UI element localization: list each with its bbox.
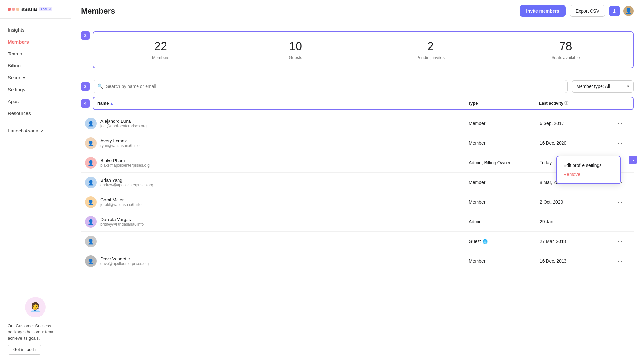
success-text: Our Customer Success packages help your … xyxy=(8,323,63,342)
col-type-label: Type xyxy=(468,101,478,106)
sidebar-item-label: Apps xyxy=(8,99,19,104)
avatar: 👤 xyxy=(85,255,97,267)
sidebar-item-label: Security xyxy=(8,75,25,80)
member-type: Guest 🌐 xyxy=(469,239,540,244)
launch-asana-label: Launch Asana ↗ xyxy=(8,128,44,134)
member-email: jerold@randasana6.info xyxy=(100,202,142,207)
table-row: 👤 Guest 🌐 27 Mar, 2018 ··· xyxy=(81,232,634,251)
sidebar-item-label: Resources xyxy=(8,111,31,116)
member-name: Dave Vendette xyxy=(100,256,149,261)
member-activity: 16 Dec, 2020 xyxy=(540,141,611,146)
sidebar-item-teams[interactable]: Teams xyxy=(0,48,71,60)
sidebar: asana ADMIN Insights Members Teams Billi… xyxy=(0,0,71,361)
user-avatar[interactable]: 👤 xyxy=(623,6,634,16)
sort-ascending-icon: ▲ xyxy=(110,102,113,105)
stat-guests-label: Guests xyxy=(233,55,358,60)
sidebar-nav: Insights Members Teams Billing Security … xyxy=(0,19,71,290)
member-activity: 29 Jan xyxy=(540,219,611,224)
member-email: andrew@apolloenterprises.org xyxy=(100,183,153,187)
more-options-button[interactable]: ··· xyxy=(611,237,630,246)
stats-row: 22 Members 10 Guests 2 Pending invites 7… xyxy=(93,31,634,68)
member-email: dave@apolloenterprises.org xyxy=(100,261,149,266)
step-badge-2: 2 xyxy=(81,31,90,40)
topbar: Members Invite members Export CSV 1 👤 xyxy=(71,0,644,22)
table-row: 👤 Coral Meier jerold@randasana6.info Mem… xyxy=(81,192,634,212)
sidebar-item-resources[interactable]: Resources xyxy=(0,107,71,119)
table-row: 👤 Blake Pham blake@apolloenterprises.org… xyxy=(81,153,634,173)
stat-members-value: 22 xyxy=(99,40,223,53)
user-count-badge[interactable]: 1 xyxy=(609,6,620,16)
edit-profile-settings-option[interactable]: Edit profile settings xyxy=(564,161,614,169)
sidebar-item-label: Teams xyxy=(8,51,22,56)
info-icon[interactable]: ⓘ xyxy=(564,101,568,106)
table-row: 👤 Daniela Vargas britney@randasana6.info… xyxy=(81,212,634,232)
logo-dot-orange xyxy=(16,8,19,11)
sidebar-item-settings[interactable]: Settings xyxy=(0,83,71,95)
invite-members-button[interactable]: Invite members xyxy=(520,5,566,17)
more-options-button[interactable]: ··· xyxy=(611,198,630,207)
member-type-select[interactable]: Member type: All Member type: Member Mem… xyxy=(572,80,634,93)
stat-members-label: Members xyxy=(99,55,223,60)
col-name-label: Name xyxy=(97,101,109,106)
success-illustration: 🧑‍💼 xyxy=(25,297,46,317)
stats-section: 2 22 Members 10 Guests 2 Pending invites… xyxy=(81,31,634,76)
sidebar-item-members[interactable]: Members xyxy=(0,36,71,48)
sidebar-item-label: Members xyxy=(8,39,29,44)
member-name: Alejandro Luna xyxy=(100,119,147,124)
member-name: Avery Lomax xyxy=(100,138,140,143)
avatar: 👤 xyxy=(85,216,97,228)
member-cell: 👤 Brian Yang andrew@apolloenterprises.or… xyxy=(85,177,469,188)
member-cell: 👤 Daniela Vargas britney@randasana6.info xyxy=(85,216,469,228)
member-name: Brian Yang xyxy=(100,178,153,183)
sidebar-item-label: Insights xyxy=(8,27,24,33)
stat-guests: 10 Guests xyxy=(228,32,363,68)
more-options-button[interactable]: ··· xyxy=(611,119,630,128)
more-options-button[interactable]: ··· xyxy=(611,139,630,148)
member-info: Avery Lomax ryan@randasana6.info xyxy=(100,138,140,148)
more-options-button[interactable]: ··· xyxy=(611,257,630,266)
table-row: 👤 Alejandro Luna joel@apolloenterprises.… xyxy=(81,114,634,133)
page-title: Members xyxy=(81,6,115,15)
stat-guests-value: 10 xyxy=(233,40,358,53)
member-email: ryan@randasana6.info xyxy=(100,143,140,148)
sidebar-item-security[interactable]: Security xyxy=(0,72,71,83)
member-name: Coral Meier xyxy=(100,197,142,202)
member-info: Coral Meier jerold@randasana6.info xyxy=(100,197,142,207)
avatar: 👤 xyxy=(85,196,97,208)
step-badge-4: 4 xyxy=(81,99,90,108)
remove-member-option[interactable]: Remove xyxy=(564,171,614,178)
get-in-touch-button[interactable]: Get in touch xyxy=(8,345,41,355)
asana-dots xyxy=(8,8,19,11)
sidebar-divider xyxy=(8,122,63,122)
more-options-button[interactable]: ··· xyxy=(611,217,630,227)
col-activity-label: Last activity xyxy=(539,101,563,106)
member-email: britney@randasana6.info xyxy=(100,222,144,227)
member-type: Member xyxy=(469,121,540,126)
stat-pending: 2 Pending invites xyxy=(363,32,498,68)
member-cell: 👤 Coral Meier jerold@randasana6.info xyxy=(85,196,469,208)
col-header-name[interactable]: Name ▲ xyxy=(97,101,468,106)
member-info: Dave Vendette dave@apolloenterprises.org xyxy=(100,256,149,266)
asana-wordmark: asana xyxy=(21,6,37,13)
sidebar-bottom: 🧑‍💼 Our Customer Success packages help y… xyxy=(0,290,71,361)
search-icon: 🔍 xyxy=(97,83,103,89)
sidebar-item-apps[interactable]: Apps xyxy=(0,95,71,107)
step-badge-5: 5 xyxy=(629,156,637,164)
export-csv-button[interactable]: Export CSV xyxy=(570,5,605,17)
search-input[interactable] xyxy=(93,80,568,93)
member-name: Daniela Vargas xyxy=(100,217,144,222)
asana-logo: asana ADMIN xyxy=(8,6,52,13)
launch-asana-link[interactable]: Launch Asana ↗ xyxy=(0,125,71,137)
avatar: 👤 xyxy=(85,177,97,188)
member-email: joel@apolloenterprises.org xyxy=(100,124,147,128)
member-info: Alejandro Luna joel@apolloenterprises.or… xyxy=(100,119,147,128)
member-cell: 👤 Dave Vendette dave@apolloenterprises.o… xyxy=(85,255,469,267)
table-row: 👤 Avery Lomax ryan@randasana6.info Membe… xyxy=(81,133,634,153)
member-options-dropdown: Edit profile settings Remove xyxy=(556,156,621,184)
sidebar-item-insights[interactable]: Insights xyxy=(0,24,71,36)
table-row: 👤 Dave Vendette dave@apolloenterprises.o… xyxy=(81,251,634,271)
sidebar-item-billing[interactable]: Billing xyxy=(0,60,71,72)
table-body: 👤 Alejandro Luna joel@apolloenterprises.… xyxy=(81,114,634,271)
stat-seats-label: Seats available xyxy=(503,55,628,60)
member-activity: 6 Sep, 2017 xyxy=(540,121,611,126)
